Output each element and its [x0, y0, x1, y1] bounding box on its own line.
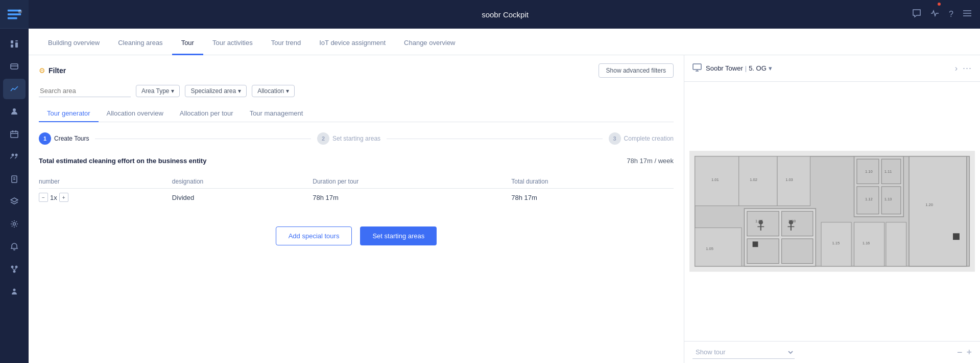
area-type-chip[interactable]: Area Type ▾ — [136, 85, 180, 97]
step-3-label: Complete creation — [624, 135, 674, 142]
filter-title-row: ⚙ Filter — [39, 66, 66, 75]
svg-line-26 — [14, 268, 16, 270]
col-number: number — [39, 175, 172, 189]
sub-tabs: Tour generator Allocation overview Alloc… — [39, 105, 674, 122]
map-more-icon[interactable]: ··· — [963, 63, 972, 74]
tab-building-overview[interactable]: Building overview — [39, 32, 109, 55]
main-wrapper: soobr Cockpit ? Building overview Cleani… — [29, 0, 980, 363]
tab-change-overview[interactable]: Change overview — [395, 32, 464, 55]
svg-point-21 — [13, 223, 16, 225]
sidebar-icon-bell[interactable] — [3, 236, 26, 257]
pulse-icon[interactable] — [930, 9, 940, 20]
sidebar-icon-calendar[interactable] — [3, 124, 26, 144]
sidebar-icon-billing[interactable] — [3, 56, 26, 77]
sidebar-icon-layers[interactable] — [3, 191, 26, 212]
tab-tour[interactable]: Tour — [172, 32, 203, 55]
svg-text:1.02: 1.02 — [750, 177, 757, 182]
question-icon[interactable]: ? — [949, 10, 953, 19]
sidebar-icon-users-assign[interactable] — [3, 146, 26, 167]
svg-point-22 — [11, 266, 14, 268]
step-2-circle: 2 — [317, 132, 329, 145]
sidebar-icon-group-link[interactable] — [3, 259, 26, 279]
subtab-allocation-overview[interactable]: Allocation overview — [99, 105, 172, 122]
decrement-button[interactable]: − — [39, 193, 48, 202]
action-buttons: Add special tours Set starting areas — [39, 226, 674, 245]
map-location: Soobr Tower | 5. OG ▾ — [706, 64, 772, 72]
svg-rect-11 — [11, 131, 18, 138]
svg-rect-2 — [8, 17, 17, 19]
subtab-tour-generator[interactable]: Tour generator — [39, 105, 99, 122]
svg-rect-38 — [777, 156, 810, 206]
effort-label: Total estimated cleaning effort on the b… — [39, 157, 206, 165]
subtab-tour-management[interactable]: Tour management — [242, 105, 312, 122]
chevron-down-icon: ▾ — [171, 87, 174, 95]
tab-iot-device-assignment[interactable]: IoT device assignment — [310, 32, 395, 55]
sidebar-icon-analytics[interactable] — [3, 79, 26, 99]
cell-total-duration: 78h 17m — [511, 189, 674, 207]
tour-table: number designation Duration per tour Tot… — [39, 175, 674, 206]
tab-cleaning-areas[interactable]: Cleaning areas — [109, 32, 172, 55]
svg-text:1.12: 1.12 — [865, 197, 873, 201]
svg-rect-41 — [782, 212, 813, 236]
sidebar — [0, 0, 29, 363]
floor-chevron-icon[interactable]: ▾ — [769, 64, 772, 72]
zoom-in-button[interactable]: + — [966, 347, 972, 358]
sidebar-icon-dashboard[interactable] — [3, 34, 26, 54]
chat-icon[interactable] — [912, 9, 921, 20]
step-1-label: Create Tours — [54, 135, 89, 142]
svg-text:1.07: 1.07 — [755, 219, 763, 223]
svg-text:1.10: 1.10 — [865, 169, 873, 174]
map-nav-next[interactable]: › — [952, 63, 961, 74]
svg-rect-5 — [11, 40, 13, 43]
svg-point-10 — [13, 108, 16, 111]
show-tour-select[interactable]: Show tour — [692, 346, 795, 359]
svg-rect-62 — [753, 242, 758, 247]
svg-rect-40 — [747, 212, 779, 236]
right-panel: Soobr Tower | 5. OG ▾ › ··· — [684, 55, 980, 363]
svg-text:1.03: 1.03 — [785, 177, 793, 182]
sidebar-icon-person[interactable] — [3, 101, 26, 122]
set-starting-areas-button[interactable]: Set starting areas — [360, 226, 437, 245]
step-2-label: Set starting areas — [332, 135, 380, 142]
tab-tour-activities[interactable]: Tour activities — [203, 32, 262, 55]
svg-point-16 — [15, 154, 18, 156]
cell-designation: Divided — [172, 189, 313, 207]
menu-icon[interactable] — [963, 9, 972, 20]
step-3-circle: 3 — [609, 132, 621, 145]
step-3: 3 Complete creation — [609, 132, 674, 145]
add-special-tours-button[interactable]: Add special tours — [276, 226, 352, 245]
cell-duration-per-tour: 78h 17m — [313, 189, 511, 207]
tab-tour-trend[interactable]: Tour trend — [262, 32, 310, 55]
svg-point-15 — [12, 154, 14, 156]
svg-point-3 — [18, 9, 22, 13]
sidebar-icon-group[interactable] — [3, 281, 26, 302]
content-area: ⚙ Filter Show advanced filters Area Type… — [29, 55, 980, 363]
svg-rect-6 — [15, 42, 18, 48]
sidebar-icon-clipboard[interactable] — [3, 169, 26, 189]
logo[interactable] — [0, 0, 29, 29]
left-panel: ⚙ Filter Show advanced filters Area Type… — [29, 55, 684, 363]
svg-rect-61 — [953, 234, 960, 240]
svg-marker-20 — [11, 198, 18, 202]
advanced-filters-button[interactable]: Show advanced filters — [599, 63, 674, 78]
svg-rect-42 — [747, 239, 779, 263]
step-1: 1 Create Tours — [39, 132, 89, 145]
filter-inputs: Area Type ▾ Specialized area ▾ Allocatio… — [39, 85, 674, 97]
allocation-chip[interactable]: Allocation ▾ — [252, 85, 295, 97]
effort-row: Total estimated cleaning effort on the b… — [39, 157, 674, 165]
topbar: soobr Cockpit ? — [29, 0, 980, 29]
svg-text:1.13: 1.13 — [885, 197, 892, 201]
sidebar-icon-settings[interactable] — [3, 214, 26, 234]
filter-icon: ⚙ — [39, 66, 45, 75]
col-designation: designation — [172, 175, 313, 189]
col-duration-per-tour: Duration per tour — [313, 175, 511, 189]
increment-button[interactable]: + — [59, 193, 68, 202]
subtab-allocation-per-tour[interactable]: Allocation per tour — [172, 105, 242, 122]
specialized-area-chip[interactable]: Specialized area ▾ — [185, 85, 247, 97]
svg-text:1.11: 1.11 — [885, 169, 892, 174]
search-input[interactable] — [39, 85, 131, 97]
zoom-out-button[interactable]: − — [957, 347, 963, 358]
step-line-2 — [387, 139, 603, 139]
svg-text:1.15: 1.15 — [832, 241, 840, 245]
filter-title: Filter — [49, 66, 66, 75]
